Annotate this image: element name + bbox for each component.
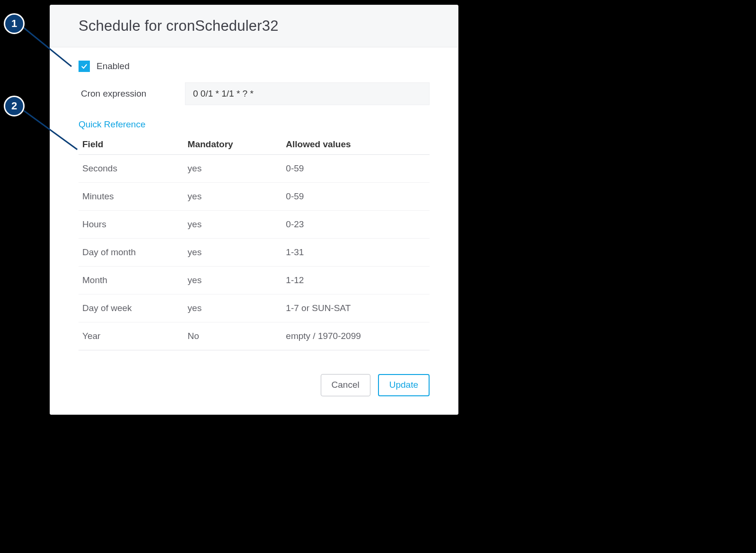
check-icon [80, 62, 88, 70]
cell-field: Year [79, 322, 184, 350]
cell-allowed: 0-59 [282, 183, 430, 211]
table-row: Year No empty / 1970-2099 [79, 322, 430, 350]
col-header-field: Field [79, 134, 184, 155]
quick-reference-table: Field Mandatory Allowed values Seconds y… [79, 134, 430, 350]
cell-field: Month [79, 267, 184, 294]
dialog-title: Schedule for cronScheduler32 [79, 18, 430, 35]
callout-number-2: 2 [11, 100, 17, 112]
table-row: Seconds yes 0-59 [79, 155, 430, 183]
callout-badge-2: 2 [4, 96, 25, 116]
table-row: Month yes 1-12 [79, 267, 430, 294]
quick-reference-link[interactable]: Quick Reference [79, 119, 146, 130]
cell-allowed: 0-59 [282, 155, 430, 183]
table-row: Day of week yes 1-7 or SUN-SAT [79, 294, 430, 322]
cell-allowed: 1-7 or SUN-SAT [282, 294, 430, 322]
table-row: Minutes yes 0-59 [79, 183, 430, 211]
enabled-checkbox[interactable] [79, 61, 90, 72]
cron-expression-input[interactable] [185, 82, 430, 105]
cell-allowed: 1-12 [282, 267, 430, 294]
col-header-mandatory: Mandatory [184, 134, 282, 155]
cell-field: Day of week [79, 294, 184, 322]
cancel-button[interactable]: Cancel [321, 374, 370, 396]
callout-number-1: 1 [11, 18, 17, 30]
cell-mandatory: yes [184, 155, 282, 183]
cell-allowed: 1-31 [282, 239, 430, 267]
update-button[interactable]: Update [378, 374, 430, 396]
callout-badge-1: 1 [4, 13, 25, 34]
cell-field: Seconds [79, 155, 184, 183]
cell-field: Hours [79, 211, 184, 239]
cron-expression-label: Cron expression [79, 89, 185, 99]
table-row: Hours yes 0-23 [79, 211, 430, 239]
dialog-footer: Cancel Update [50, 359, 458, 414]
cell-field: Day of month [79, 239, 184, 267]
cell-field: Minutes [79, 183, 184, 211]
table-header-row: Field Mandatory Allowed values [79, 134, 430, 155]
cell-mandatory: No [184, 322, 282, 350]
dialog-header: Schedule for cronScheduler32 [50, 5, 458, 47]
cell-mandatory: yes [184, 267, 282, 294]
cell-mandatory: yes [184, 239, 282, 267]
cron-row: Cron expression [79, 82, 430, 105]
dialog-body: Enabled Cron expression Quick Reference … [50, 47, 458, 359]
cell-mandatory: yes [184, 183, 282, 211]
cell-mandatory: yes [184, 211, 282, 239]
enabled-row: Enabled [79, 61, 430, 72]
enabled-label: Enabled [97, 61, 130, 71]
cell-allowed: 0-23 [282, 211, 430, 239]
schedule-dialog: Schedule for cronScheduler32 Enabled Cro… [50, 5, 458, 415]
cell-allowed: empty / 1970-2099 [282, 322, 430, 350]
table-row: Day of month yes 1-31 [79, 239, 430, 267]
col-header-allowed: Allowed values [282, 134, 430, 155]
cell-mandatory: yes [184, 294, 282, 322]
